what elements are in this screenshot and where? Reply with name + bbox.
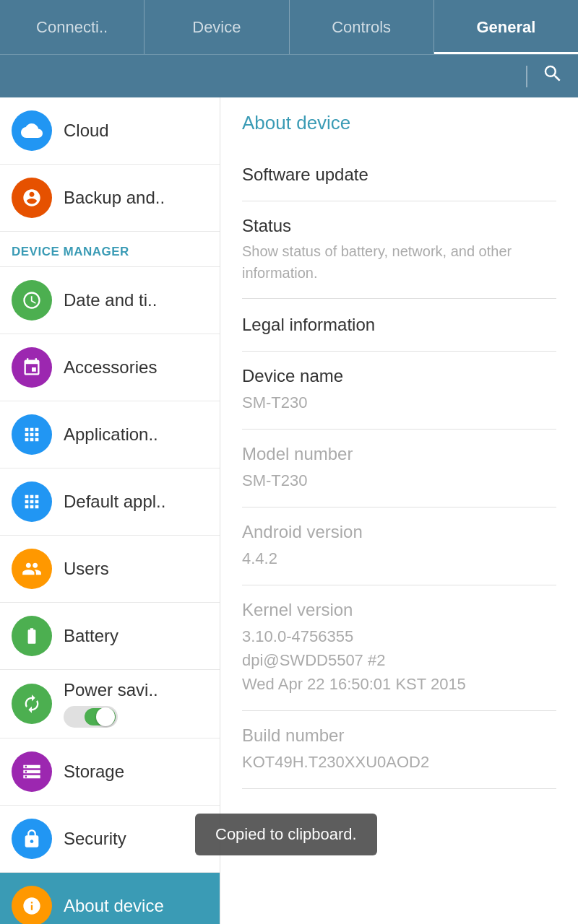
tab-connecting-label: Connecti.. <box>36 18 108 37</box>
legal-info-item[interactable]: Legal information <box>242 299 556 352</box>
model-number-item: Model number SM-T230 <box>242 430 556 507</box>
battery-label: Battery <box>64 626 118 646</box>
accessories-label: Accessories <box>64 357 157 378</box>
storage-label: Storage <box>64 762 124 782</box>
sidebar-item-accessories[interactable]: Accessories <box>0 334 220 401</box>
security-icon <box>12 819 52 859</box>
search-icon[interactable] <box>542 63 564 90</box>
powersaving-icon <box>12 684 52 724</box>
tab-general-label: General <box>476 18 535 37</box>
tab-controls-label: Controls <box>332 18 391 37</box>
cloud-label: Cloud <box>64 121 109 141</box>
kernel-version-value3: Wed Apr 22 16:50:01 KST 2015 <box>242 672 556 696</box>
build-number-item[interactable]: Build number KOT49H.T230XXU0AOD2 <box>242 711 556 789</box>
device-name-value: SM-T230 <box>242 391 556 414</box>
applications-icon <box>12 414 52 455</box>
sidebar-item-users[interactable]: Users <box>0 536 220 603</box>
tab-device[interactable]: Device <box>144 0 289 54</box>
status-subtitle: Show status of battery, network, and oth… <box>242 240 556 284</box>
powersaving-content: Power savi.. <box>64 680 158 728</box>
defaultapps-label: Default appl.. <box>64 492 165 512</box>
sidebar-item-security[interactable]: Security <box>0 806 220 873</box>
kernel-version-value1: 3.10.0-4756355 <box>242 624 556 648</box>
main-layout: Cloud Backup and.. DEVICE MANAGER Date a… <box>0 97 578 924</box>
battery-icon <box>12 616 52 656</box>
sidebar: Cloud Backup and.. DEVICE MANAGER Date a… <box>0 97 220 924</box>
build-number-value: KOT49H.T230XXU0AOD2 <box>242 750 556 774</box>
android-version-title: Android version <box>242 522 556 542</box>
backup-icon <box>12 178 52 218</box>
accessories-icon <box>12 347 52 388</box>
device-name-title: Device name <box>242 366 556 386</box>
model-number-title: Model number <box>242 444 556 464</box>
cloud-icon <box>12 110 52 151</box>
status-item[interactable]: Status Show status of battery, network, … <box>242 201 556 299</box>
sidebar-item-applications[interactable]: Application.. <box>0 401 220 468</box>
security-label: Security <box>64 829 126 849</box>
datetime-icon <box>12 280 52 321</box>
sidebar-item-storage[interactable]: Storage <box>0 738 220 806</box>
software-update-item[interactable]: Software update <box>242 149 556 201</box>
search-bar <box>0 54 578 97</box>
tab-controls[interactable]: Controls <box>290 0 434 54</box>
header-tabs: Connecti.. Device Controls General <box>0 0 578 54</box>
toggle-thumb <box>96 707 115 726</box>
sidebar-item-battery[interactable]: Battery <box>0 603 220 670</box>
device-name-item[interactable]: Device name SM-T230 <box>242 352 556 430</box>
right-panel: About device Software update Status Show… <box>220 97 578 924</box>
kernel-version-title: Kernel version <box>242 600 556 620</box>
build-number-title: Build number <box>242 725 556 746</box>
users-icon <box>12 549 52 589</box>
storage-icon <box>12 751 52 792</box>
device-manager-header: DEVICE MANAGER <box>0 232 220 267</box>
android-version-item: Android version 4.4.2 <box>242 507 556 585</box>
search-divider <box>526 66 527 87</box>
right-panel-inner: About device Software update Status Show… <box>220 97 578 803</box>
sidebar-item-defaultapps[interactable]: Default appl.. <box>0 468 220 536</box>
sidebar-item-aboutdevice[interactable]: About device <box>0 873 220 924</box>
model-number-value: SM-T230 <box>242 468 556 492</box>
powersaving-label: Power savi.. <box>64 680 158 700</box>
sidebar-item-powersaving[interactable]: Power savi.. <box>0 670 220 738</box>
status-title: Status <box>242 216 556 236</box>
aboutdevice-label: About device <box>64 896 164 916</box>
defaultapps-icon <box>12 481 52 522</box>
tab-connecting[interactable]: Connecti.. <box>0 0 144 54</box>
kernel-version-value2: dpi@SWDD5507 #2 <box>242 648 556 672</box>
aboutdevice-icon <box>12 886 52 924</box>
sidebar-item-datetime[interactable]: Date and ti.. <box>0 267 220 334</box>
sidebar-item-cloud[interactable]: Cloud <box>0 97 220 165</box>
backup-label: Backup and.. <box>64 188 165 208</box>
tab-general[interactable]: General <box>434 0 578 54</box>
about-device-title: About device <box>242 112 556 134</box>
powersaving-toggle[interactable] <box>64 706 118 728</box>
tab-device-label: Device <box>192 18 241 37</box>
sidebar-item-backup[interactable]: Backup and.. <box>0 165 220 232</box>
datetime-label: Date and ti.. <box>64 290 157 310</box>
android-version-value: 4.4.2 <box>242 546 556 570</box>
kernel-version-item: Kernel version 3.10.0-4756355 dpi@SWDD55… <box>242 585 556 711</box>
applications-label: Application.. <box>64 424 158 445</box>
users-label: Users <box>64 559 109 579</box>
